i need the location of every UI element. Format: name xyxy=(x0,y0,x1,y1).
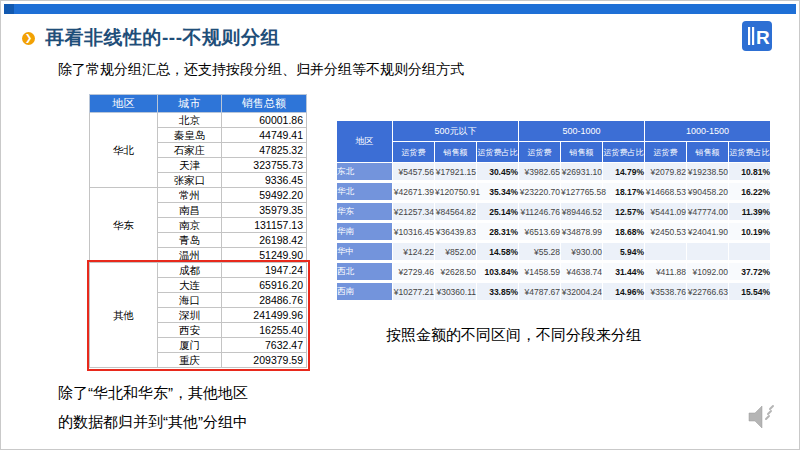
top-accent-bar-end xyxy=(4,4,14,14)
sales-total-cell: 241499.96 xyxy=(222,308,307,323)
sales-total-cell: 1947.24 xyxy=(222,263,307,278)
sales-total-cell: 7632.47 xyxy=(222,338,307,353)
freight-ratio-cell: 33.85% xyxy=(477,283,518,302)
city-cell: 青岛 xyxy=(158,233,222,248)
caption-amount-groups: 按照金额的不同区间，不同分段来分组 xyxy=(386,326,641,345)
freight-ratio-cell: 14.58% xyxy=(477,243,518,262)
right-table-sub-header-row: 运货费销售额运货费占比运货费销售额运货费占比运货费销售额运货费占比 xyxy=(337,142,770,162)
freight-ratio-cell xyxy=(729,243,770,262)
table-row: 其他成都1947.24 xyxy=(90,263,307,278)
freight-ratio-cell: 18.17% xyxy=(603,183,644,202)
sales-amount-cell: ¥120750.91 xyxy=(435,183,476,202)
column-sub-header: 销售额 xyxy=(561,142,602,162)
sales-total-cell: 28486.76 xyxy=(222,293,307,308)
table-row: 华东¥21257.34¥84564.8225.14%¥11246.76¥8944… xyxy=(337,203,770,222)
freight-ratio-cell: 10.81% xyxy=(729,163,770,182)
sales-amount-cell: ¥36439.83 xyxy=(435,223,476,242)
left-table-header-row: 地区 城市 销售总额 xyxy=(90,95,307,113)
sales-total-cell: 65916.20 xyxy=(222,278,307,293)
sales-amount-cell: ¥26931.10 xyxy=(561,163,602,182)
column-header-city: 城市 xyxy=(158,95,222,113)
region-cell: 华北 xyxy=(337,183,392,202)
region-cell: 西南 xyxy=(337,283,392,302)
freight-cost-cell: ¥23220.70 xyxy=(519,183,560,202)
page-title: 再看非线性的---不规则分组 xyxy=(45,25,280,51)
sales-total-cell: 60001.86 xyxy=(222,113,307,128)
freight-ratio-cell: 28.31% xyxy=(477,223,518,242)
freight-cost-cell: ¥3982.65 xyxy=(519,163,560,182)
column-header-sales-total: 销售总额 xyxy=(222,95,307,113)
sales-amount-cell: ¥930.00 xyxy=(561,243,602,262)
sales-total-cell: 26198.42 xyxy=(222,233,307,248)
freight-ratio-cell: 16.22% xyxy=(729,183,770,202)
column-sub-header: 运货费 xyxy=(519,142,560,162)
sales-total-cell: 35979.35 xyxy=(222,203,307,218)
freight-cost-cell: ¥10277.21 xyxy=(393,283,434,302)
region-cell: 东北 xyxy=(337,163,392,182)
freight-cost-cell: ¥42671.39 xyxy=(393,183,434,202)
city-cell: 南昌 xyxy=(158,203,222,218)
column-group-header: 500元以下 xyxy=(393,121,518,141)
freight-ratio-cell: 14.96% xyxy=(603,283,644,302)
audio-speaker-icon[interactable] xyxy=(745,401,777,433)
freight-ratio-cell: 18.68% xyxy=(603,223,644,242)
column-group-header: 500-1000 xyxy=(519,121,644,141)
sales-amount-cell: ¥127765.58 xyxy=(561,183,602,202)
freight-cost-cell: ¥11246.76 xyxy=(519,203,560,222)
city-cell: 深圳 xyxy=(158,308,222,323)
city-cell: 重庆 xyxy=(158,353,222,368)
freight-cost-cell: ¥411.88 xyxy=(645,263,686,282)
sales-amount-cell: ¥852.00 xyxy=(435,243,476,262)
freight-ratio-cell: 31.44% xyxy=(603,263,644,282)
city-cell: 北京 xyxy=(158,113,222,128)
region-cell: 华东 xyxy=(90,188,158,263)
column-sub-header: 销售额 xyxy=(435,142,476,162)
subtitle-text: 除了常规分组汇总，还支持按段分组、归并分组等不规则分组方式 xyxy=(58,61,464,79)
sales-total-cell: 16255.40 xyxy=(222,323,307,338)
city-cell: 张家口 xyxy=(158,173,222,188)
freight-ratio-cell: 12.57% xyxy=(603,203,644,222)
sales-total-cell: 44749.41 xyxy=(222,128,307,143)
region-cell: 其他 xyxy=(90,263,158,368)
chevron-right-icon: ❯ xyxy=(22,32,35,45)
region-cell: 西北 xyxy=(337,263,392,282)
sales-total-cell: 323755.73 xyxy=(222,158,307,173)
table-row: 华南¥10316.45¥36439.8328.31%¥6513.69¥34878… xyxy=(337,223,770,242)
sales-amount-cell: ¥47774.00 xyxy=(687,203,728,222)
column-header-region: 地区 xyxy=(90,95,158,113)
sales-amount-cell: ¥32004.24 xyxy=(561,283,602,302)
sales-total-cell: 131157.13 xyxy=(222,218,307,233)
freight-ratio-cell: 103.84% xyxy=(477,263,518,282)
city-cell: 大连 xyxy=(158,278,222,293)
sales-total-cell: 51249.90 xyxy=(222,248,307,263)
freight-cost-cell: ¥124.22 xyxy=(393,243,434,262)
caption-merge-line2: 的数据都归并到“其他”分组中 xyxy=(58,407,248,436)
column-sub-header: 运货费 xyxy=(393,142,434,162)
freight-cost-cell: ¥21257.34 xyxy=(393,203,434,222)
city-cell: 厦门 xyxy=(158,338,222,353)
sales-amount-cell: ¥22766.63 xyxy=(687,283,728,302)
city-cell: 温州 xyxy=(158,248,222,263)
region-cell: 华南 xyxy=(337,223,392,242)
sales-amount-cell: ¥84564.82 xyxy=(435,203,476,222)
sales-by-city-table: 地区 城市 销售总额 华北北京60001.86秦皇岛44749.41石家庄478… xyxy=(89,94,306,368)
freight-cost-cell: ¥14668.53 xyxy=(645,183,686,202)
sales-amount-cell: ¥2628.50 xyxy=(435,263,476,282)
column-sub-header: 销售额 xyxy=(687,142,728,162)
sales-amount-cell: ¥90458.20 xyxy=(687,183,728,202)
freight-cost-cell: ¥6513.69 xyxy=(519,223,560,242)
region-cell: 华中 xyxy=(337,243,392,262)
sales-amount-cell xyxy=(687,243,728,262)
top-accent-bar xyxy=(4,4,796,14)
freight-ratio-cell: 5.94% xyxy=(603,243,644,262)
right-table-group-header-row: 地区 500元以下500-10001000-1500 xyxy=(337,121,770,141)
column-header-region: 地区 xyxy=(337,121,392,162)
freight-cost-cell: ¥2079.82 xyxy=(645,163,686,182)
sales-total-cell: 47825.32 xyxy=(222,143,307,158)
freight-cost-cell xyxy=(645,243,686,262)
sales-amount-cell: ¥19238.50 xyxy=(687,163,728,182)
sales-amount-cell: ¥4638.74 xyxy=(561,263,602,282)
sales-amount-cell: ¥24041.90 xyxy=(687,223,728,242)
table-row: 华北北京60001.86 xyxy=(90,113,307,128)
table-row: 东北¥5457.56¥17921.1530.45%¥3982.65¥26931.… xyxy=(337,163,770,182)
